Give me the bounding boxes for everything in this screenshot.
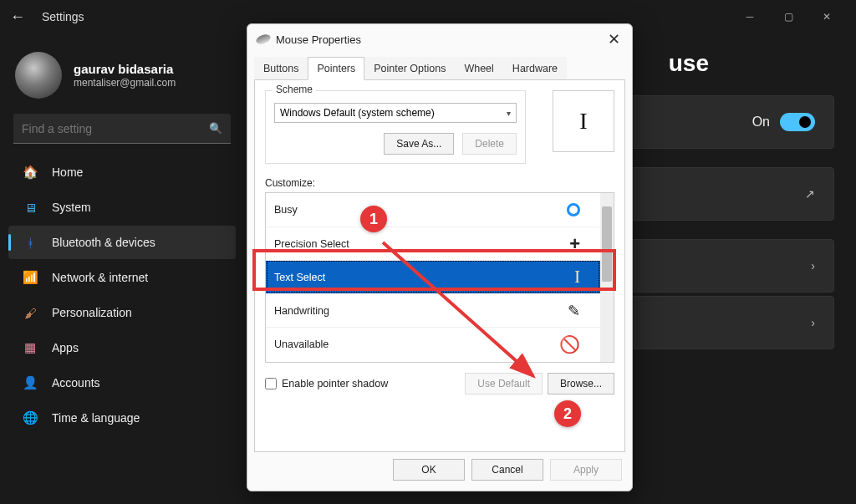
dialog-footer: OK Cancel Apply bbox=[247, 459, 632, 491]
dialog-tabs: ButtonsPointersPointer OptionsWheelHardw… bbox=[247, 54, 632, 79]
nav-icon: 🌐 bbox=[22, 410, 38, 426]
sidebar-item-home[interactable]: 🏠Home bbox=[8, 155, 236, 189]
cursor-row-precision-select[interactable]: Precision Select+ bbox=[266, 227, 600, 260]
save-as-button[interactable]: Save As... bbox=[384, 133, 454, 155]
cancel-button[interactable]: Cancel bbox=[471, 459, 543, 481]
dialog-title: Mouse Properties bbox=[276, 33, 361, 46]
cursor-name: Busy bbox=[274, 204, 298, 216]
nav-label: Home bbox=[52, 165, 83, 179]
nav-label: System bbox=[52, 201, 91, 214]
tab-pointer-options[interactable]: Pointer Options bbox=[364, 57, 455, 80]
nav-icon: 🏠 bbox=[22, 164, 38, 181]
pointer-shadow-label: Enable pointer shadow bbox=[282, 378, 388, 389]
sidebar-item-apps[interactable]: ▦Apps bbox=[8, 331, 236, 364]
back-button[interactable]: ← bbox=[10, 8, 27, 26]
close-button[interactable]: ✕ bbox=[808, 3, 846, 30]
user-email: mentaliser@gmail.com bbox=[74, 77, 176, 89]
cursor-row-handwriting[interactable]: Handwriting✎ bbox=[266, 293, 600, 327]
search-input[interactable] bbox=[22, 122, 209, 135]
cursor-row-busy[interactable]: Busy bbox=[266, 193, 600, 227]
minimize-button[interactable]: ─ bbox=[731, 3, 769, 30]
no-cursor-icon: 🚫 bbox=[559, 334, 580, 354]
sidebar-item-bluetooth-devices[interactable]: ᚼBluetooth & devices bbox=[8, 226, 236, 259]
chevron-down-icon: ▾ bbox=[507, 109, 511, 118]
search-icon: 🔍 bbox=[209, 122, 222, 135]
cursor-list[interactable]: BusyPrecision Select+Text SelectIHandwri… bbox=[265, 192, 614, 363]
cursor-preview: I bbox=[553, 90, 614, 152]
cursor-row-unavailable[interactable]: Unavailable🚫 bbox=[266, 327, 600, 360]
sidebar-item-accounts[interactable]: 👤Accounts bbox=[8, 366, 236, 400]
customize-label: Customize: bbox=[265, 177, 614, 189]
avatar bbox=[15, 52, 62, 99]
cursor-name: Precision Select bbox=[274, 238, 349, 250]
nav-label: Time & language bbox=[52, 411, 140, 425]
nav-icon: 🖌 bbox=[22, 304, 38, 321]
sidebar-item-system[interactable]: 🖥System bbox=[8, 191, 236, 224]
dialog-body: Scheme Windows Default (system scheme) ▾… bbox=[254, 79, 625, 452]
mouse-properties-dialog: Mouse Properties ✕ ButtonsPointersPointe… bbox=[247, 23, 633, 491]
use-default-button[interactable]: Use Default bbox=[465, 373, 543, 395]
user-name: gaurav bidasaria bbox=[74, 62, 176, 76]
app-title: Settings bbox=[42, 10, 84, 23]
sidebar-item-time-language[interactable]: 🌐Time & language bbox=[8, 401, 236, 435]
nav-label: Accounts bbox=[52, 376, 100, 389]
search-input-wrap[interactable]: 🔍 bbox=[13, 114, 231, 144]
tab-pointers[interactable]: Pointers bbox=[308, 57, 364, 80]
cursor-row-text-select[interactable]: Text SelectI bbox=[266, 260, 600, 293]
apply-button[interactable]: Apply bbox=[550, 459, 622, 481]
sidebar: gaurav bidasaria mentaliser@gmail.com 🔍 … bbox=[0, 33, 244, 504]
scrollbar-thumb[interactable] bbox=[602, 206, 612, 282]
text-cursor-icon: I bbox=[574, 267, 580, 287]
nav-icon: 👤 bbox=[22, 374, 38, 391]
delete-button[interactable]: Delete bbox=[462, 133, 517, 155]
nav-label: Bluetooth & devices bbox=[52, 236, 155, 249]
hand-cursor-icon: ✎ bbox=[568, 302, 580, 320]
tab-wheel[interactable]: Wheel bbox=[455, 57, 502, 80]
scheme-value: Windows Default (system scheme) bbox=[280, 107, 435, 119]
nav-label: Network & internet bbox=[52, 271, 148, 284]
cursor-name: Text Select bbox=[274, 272, 325, 283]
nav-icon: ᚼ bbox=[22, 234, 38, 251]
browse-button[interactable]: Browse... bbox=[548, 373, 614, 395]
pointer-shadow-checkbox[interactable] bbox=[265, 378, 277, 389]
scrollbar[interactable] bbox=[600, 193, 614, 362]
nav-icon: ▦ bbox=[22, 339, 38, 356]
scheme-dropdown[interactable]: Windows Default (system scheme) ▾ bbox=[274, 103, 517, 123]
nav-label: Apps bbox=[52, 341, 79, 354]
cursor-name: Unavailable bbox=[274, 339, 329, 350]
toggle-switch[interactable] bbox=[780, 113, 815, 131]
dialog-close-button[interactable]: ✕ bbox=[604, 30, 624, 48]
ok-button[interactable]: OK bbox=[393, 459, 465, 481]
chevron-right-icon: › bbox=[811, 316, 815, 329]
tab-buttons[interactable]: Buttons bbox=[254, 57, 308, 80]
user-block[interactable]: gaurav bidasaria mentaliser@gmail.com bbox=[15, 52, 229, 99]
tab-hardware[interactable]: Hardware bbox=[503, 57, 567, 80]
cursor-name: Handwriting bbox=[274, 305, 329, 317]
busy-cursor-icon bbox=[567, 203, 580, 216]
dialog-titlebar: Mouse Properties ✕ bbox=[247, 24, 632, 54]
maximize-button[interactable]: ▢ bbox=[769, 3, 808, 30]
external-link-icon: ↗ bbox=[805, 187, 815, 201]
scheme-group: Scheme Windows Default (system scheme) ▾… bbox=[265, 90, 526, 164]
sidebar-item-network-internet[interactable]: 📶Network & internet bbox=[8, 261, 236, 294]
nav-icon: 🖥 bbox=[22, 199, 38, 216]
chevron-right-icon: › bbox=[811, 259, 815, 272]
plus-cursor-icon: + bbox=[569, 233, 580, 255]
sidebar-item-personalization[interactable]: 🖌Personalization bbox=[8, 296, 236, 329]
toggle-label: On bbox=[752, 115, 770, 130]
nav-label: Personalization bbox=[52, 306, 132, 319]
nav-list: 🏠Home🖥SystemᚼBluetooth & devices📶Network… bbox=[3, 155, 241, 435]
mouse-icon bbox=[255, 33, 272, 46]
nav-icon: 📶 bbox=[22, 269, 38, 286]
scheme-label: Scheme bbox=[273, 84, 316, 95]
